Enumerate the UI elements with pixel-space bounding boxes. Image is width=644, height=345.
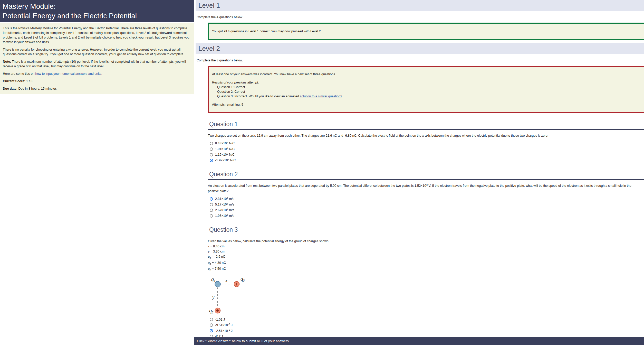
- y-distance-label: y: [212, 294, 215, 300]
- question-1-text: Two charges are set on the x-axis 12.9 c…: [208, 133, 642, 138]
- attempts-remaining: Attempts remaining: 9: [212, 102, 642, 107]
- module-title-line1: Mastery Module:: [3, 2, 192, 11]
- radio-unselected-icon[interactable]: [210, 203, 213, 206]
- given-value: q2 = 4.30 nC: [208, 260, 644, 266]
- radio-unselected-icon[interactable]: [210, 142, 213, 145]
- text-link[interactable]: how to input your numerical answers and …: [35, 72, 102, 76]
- level-2-instruction: Complete the 3 questions below.: [197, 58, 644, 63]
- answer-option[interactable]: 1.95×107 m/s: [210, 213, 644, 219]
- answer-option-label: 1.95×107 m/s: [215, 214, 234, 218]
- radio-unselected-icon[interactable]: [210, 153, 213, 156]
- radio-selected-icon[interactable]: [210, 329, 213, 332]
- answer-option-label: -1.02 J: [215, 318, 225, 321]
- answer-option[interactable]: 1.19×103 N/C: [210, 152, 644, 157]
- answer-option-label: 1.01×104 N/C: [215, 147, 235, 151]
- given-value: q1 = -2.9 nC: [208, 254, 644, 260]
- question-2: Question 2 An electron is accelerated fr…: [208, 171, 644, 219]
- submit-instruction-bar: Click "Submit Answer" below to submit al…: [194, 337, 644, 345]
- level-2-error-box: At least one of your answers was incorre…: [208, 66, 644, 113]
- q2-label: q2: [209, 308, 214, 314]
- sidebar-paragraph: Note: There is a maximum number of attem…: [3, 59, 191, 69]
- sidebar-paragraph: Current Score: 1 / 3.: [3, 79, 191, 83]
- question-3-text: Given the values below, calculate the po…: [208, 239, 642, 244]
- radio-unselected-icon[interactable]: [210, 323, 213, 327]
- level-2-section: Level 2 Complete the 3 questions below. …: [194, 43, 644, 113]
- question-3: Question 3 Given the values below, calcu…: [208, 226, 644, 339]
- sidebar-paragraph: Here are some tips on how to input your …: [3, 71, 191, 76]
- radio-unselected-icon[interactable]: [210, 318, 213, 321]
- result-question-1: Question 1: Correct: [217, 85, 642, 89]
- module-sidebar: Mastery Module: Potential Energy and the…: [0, 0, 194, 345]
- question-3-title: Question 3: [208, 226, 644, 235]
- answer-option-label: -2.51×10-6 J: [215, 329, 233, 333]
- sidebar-paragraph: There is no penalty for choosing or ente…: [3, 47, 191, 57]
- module-description: This is the Physics Mastery Module for P…: [0, 23, 194, 94]
- radio-unselected-icon[interactable]: [210, 214, 213, 218]
- questions-panel: Level 1 Complete the 4 questions below. …: [194, 0, 644, 345]
- result-question-3: Question 3: Incorrect. Would you like to…: [217, 94, 642, 99]
- x-distance-label: x: [225, 278, 228, 283]
- result-question-2: Question 2: Correct: [217, 89, 642, 94]
- question-2-options: 2.31×107 m/s5.17×106 m/s2.67×107 m/s1.95…: [208, 196, 644, 219]
- question-1: Question 1 Two charges are set on the x-…: [208, 121, 644, 163]
- error-message: At least one of your answers was incorre…: [212, 72, 642, 77]
- answer-option[interactable]: -9.51×10-5 J: [210, 322, 644, 328]
- answer-option-label: 5.17×106 m/s: [215, 203, 234, 206]
- radio-unselected-icon[interactable]: [210, 147, 213, 151]
- module-title-line2: Potential Energy and the Electric Potent…: [3, 11, 192, 21]
- q3-label: q3: [241, 276, 245, 282]
- radio-selected-icon[interactable]: [210, 197, 213, 201]
- level-2-header: Level 2: [196, 43, 644, 54]
- answer-option-label: 8.43×104 N/C: [215, 142, 235, 145]
- results-heading: Results of your previous attempt:: [212, 80, 642, 85]
- answer-option-label: 2.67×107 m/s: [215, 208, 234, 212]
- charge-configuration-diagram: q1 x q3 y q2: [208, 274, 253, 314]
- answer-option-label: 2.31×107 m/s: [215, 197, 234, 201]
- answer-option-label: 1.19×103 N/C: [215, 153, 235, 156]
- given-value: x = 8.40 cm: [208, 244, 644, 249]
- radio-selected-icon[interactable]: [210, 159, 213, 162]
- level-1-instruction: Complete the 4 questions below.: [197, 15, 644, 20]
- q2-positive-charge-icon: [215, 308, 220, 313]
- answer-option-label: -9.51×10-5 J: [215, 323, 233, 327]
- given-value: q3 = 7.50 nC: [208, 266, 644, 272]
- submit-instruction-text: Click "Submit Answer" below to submit al…: [197, 339, 290, 343]
- answer-option[interactable]: -1.97×105 N/C: [210, 157, 644, 163]
- q3-positive-charge-icon: [234, 281, 239, 287]
- level-1-section: Level 1 Complete the 4 questions below. …: [194, 0, 644, 40]
- sidebar-paragraph: This is the Physics Mastery Module for P…: [3, 26, 191, 44]
- question-2-text: An electron is accelerated from rest bet…: [208, 183, 642, 194]
- given-value: y = 3.30 cm: [208, 249, 644, 254]
- question-3-given-values: x = 8.40 cmy = 3.30 cmq1 = -2.9 nCq2 = 4…: [208, 244, 644, 272]
- text-link[interactable]: solution to a similar question?: [300, 95, 342, 98]
- question-1-title: Question 1: [208, 121, 644, 130]
- answer-option[interactable]: 5.17×106 m/s: [210, 202, 644, 207]
- answer-option[interactable]: 8.43×104 N/C: [210, 141, 644, 146]
- level-1-header: Level 1: [196, 0, 644, 11]
- answer-option[interactable]: 2.31×107 m/s: [210, 196, 644, 202]
- question-3-options: -1.02 J-9.51×10-5 J-2.51×10-6 J417 J: [208, 317, 644, 339]
- answer-option[interactable]: -2.51×10-6 J: [210, 328, 644, 334]
- q1-negative-charge-icon: [215, 281, 220, 287]
- level-1-success-box: You got all 4 questions in Level 1 corre…: [208, 23, 644, 40]
- sidebar-paragraph: Due date: Due in 3 hours, 15 minutes: [3, 86, 191, 91]
- module-title: Mastery Module: Potential Energy and the…: [3, 2, 192, 21]
- radio-unselected-icon[interactable]: [210, 209, 213, 212]
- answer-option-label: -1.97×105 N/C: [215, 158, 236, 162]
- answer-option[interactable]: 1.01×104 N/C: [210, 146, 644, 152]
- question-1-options: 8.43×104 N/C1.01×104 N/C1.19×103 N/C-1.9…: [208, 141, 644, 163]
- level-1-success-message: You got all 4 questions in Level 1 corre…: [212, 30, 322, 33]
- answer-option[interactable]: -1.02 J: [210, 317, 644, 322]
- answer-option[interactable]: 2.67×107 m/s: [210, 207, 644, 213]
- q1-label: q1: [211, 276, 216, 283]
- module-header: Mastery Module: Potential Energy and the…: [0, 0, 194, 22]
- question-2-title: Question 2: [208, 171, 644, 180]
